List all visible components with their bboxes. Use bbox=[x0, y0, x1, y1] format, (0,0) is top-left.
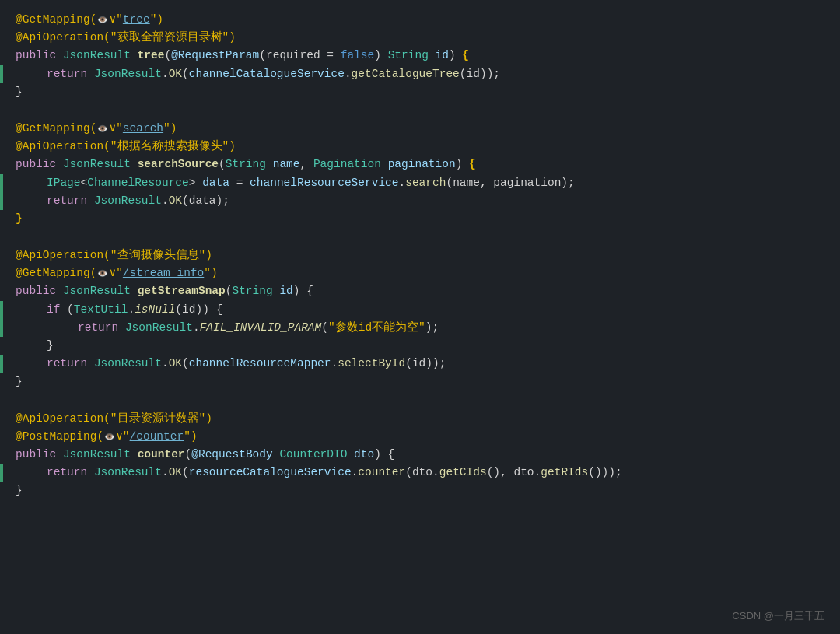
line-method-4: public JsonResult counter(@RequestBody C… bbox=[0, 446, 840, 464]
separator-1 bbox=[0, 104, 840, 117]
separator-2 bbox=[0, 231, 840, 243]
line-return-1: return JsonResult.OK(channelCatalogueSer… bbox=[0, 65, 840, 83]
line-close-2: } bbox=[0, 210, 840, 228]
line-annotation-2: @GetMapping(👁️∨"search") bbox=[0, 120, 840, 138]
annotation-text: @GetMapping( bbox=[16, 11, 96, 29]
line-body-2a: IPage<ChannelResource> data = channelRes… bbox=[0, 174, 840, 192]
line-if-3: if (TextUtil.isNull(id)) { bbox=[0, 301, 840, 319]
line-close-4: } bbox=[0, 482, 840, 499]
line-return-ok-3: return JsonResult.OK(channelResourceMapp… bbox=[0, 355, 840, 373]
link-tree[interactable]: tree bbox=[123, 11, 150, 29]
line-apioperation-3a: @ApiOperation("查询摄像头信息") bbox=[0, 247, 840, 264]
line-close-inner-3: } bbox=[0, 337, 840, 355]
line-annotation-4: @PostMapping(👁️∨"/counter") bbox=[0, 428, 840, 446]
eye-icon-4: 👁️ bbox=[104, 431, 115, 445]
line-method-3: public JsonResult getStreamSnap(String i… bbox=[0, 282, 840, 300]
line-method-1: public JsonResult tree(@RequestParam(req… bbox=[0, 47, 840, 65]
line-apioperation-4: @ApiOperation("目录资源计数器") bbox=[0, 410, 840, 428]
code-block-1: @GetMapping(👁️∨"tree") @ApiOperation("获取… bbox=[0, 8, 840, 104]
link-stream-info[interactable]: /stream_info bbox=[123, 264, 204, 282]
line-annotation-1: @GetMapping(👁️∨"tree") bbox=[0, 11, 840, 29]
eye-icon: 👁️ bbox=[97, 14, 108, 28]
watermark: CSDN @一月三千五 bbox=[732, 608, 824, 625]
code-block-2: @GetMapping(👁️∨"search") @ApiOperation("… bbox=[0, 117, 840, 231]
line-apioperation-2: @ApiOperation("根据名称搜索摄像头") bbox=[0, 138, 840, 156]
code-container: @GetMapping(👁️∨"tree") @ApiOperation("获取… bbox=[0, 0, 840, 634]
eye-icon-3: 👁️ bbox=[97, 268, 108, 282]
line-return-4: return JsonResult.OK(resourceCatalogueSe… bbox=[0, 464, 840, 482]
line-body-2b: return JsonResult.OK(data); bbox=[0, 192, 840, 210]
line-apioperation-1: @ApiOperation("获取全部资源目录树") bbox=[0, 29, 840, 47]
line-close-1: } bbox=[0, 83, 840, 101]
separator-3 bbox=[0, 394, 840, 407]
code-block-3: @ApiOperation("查询摄像头信息") @GetMapping(👁️∨… bbox=[0, 243, 840, 394]
link-counter[interactable]: /counter bbox=[130, 428, 184, 446]
line-close-3: } bbox=[0, 373, 840, 391]
line-method-2: public JsonResult searchSource(String na… bbox=[0, 156, 840, 173]
line-return-fail-3: return JsonResult.FAIL_INVALID_PARAM("参数… bbox=[0, 319, 840, 337]
line-annotation-3: @GetMapping(👁️∨"/stream_info") bbox=[0, 264, 840, 282]
code-block-4: @ApiOperation("目录资源计数器") @PostMapping(👁️… bbox=[0, 407, 840, 503]
link-search[interactable]: search bbox=[123, 120, 163, 138]
eye-icon-2: 👁️ bbox=[97, 123, 108, 137]
